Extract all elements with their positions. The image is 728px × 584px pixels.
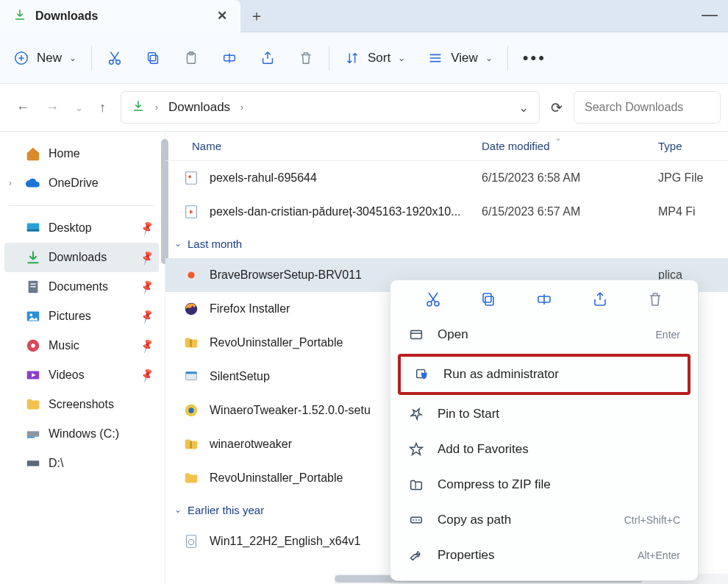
back-button[interactable]: ← <box>16 100 29 115</box>
delete-icon[interactable] <box>298 50 314 66</box>
svg-point-31 <box>188 407 193 413</box>
group-last-month[interactable]: ⌄ Last month <box>165 229 728 258</box>
file-name: RevoUninstaller_Portable <box>210 336 343 349</box>
sidebar-item-label: OneDrive <box>49 177 99 190</box>
sidebar-item-pictures[interactable]: Pictures 📌 <box>4 302 159 331</box>
sidebar-item-label: Music <box>49 339 79 352</box>
path-icon <box>408 512 424 528</box>
chevron-down-icon: ⌄ <box>398 53 405 63</box>
paste-icon[interactable] <box>183 50 199 66</box>
svg-rect-37 <box>485 296 493 305</box>
column-name[interactable]: Name <box>165 140 482 152</box>
file-row[interactable]: pexels-dan-cristian-pădureț-3045163-1920… <box>165 195 728 229</box>
sidebar-item-onedrive[interactable]: › OneDrive <box>4 168 159 198</box>
sidebar: Home › OneDrive Desktop 📌 Downloads 📌 Do… <box>0 132 165 584</box>
more-button[interactable]: ••• <box>523 49 546 68</box>
folder-icon <box>25 396 41 413</box>
file-name: RevoUninstaller_Portable <box>210 471 343 485</box>
breadcrumb[interactable]: › Downloads › ⌄ <box>121 91 540 124</box>
chevron-down-icon[interactable]: ⌄ <box>518 100 529 115</box>
tab-bar: Downloads ✕ ＋ — <box>0 0 728 32</box>
pin-icon: 📌 <box>138 367 154 383</box>
sidebar-item-music[interactable]: Music 📌 <box>4 331 159 360</box>
menu-pin-start[interactable]: Pin to Start <box>395 396 693 432</box>
sidebar-item-windows-c[interactable]: Windows (C:) <box>4 419 159 449</box>
sidebar-item-desktop[interactable]: Desktop 📌 <box>4 213 159 243</box>
svg-point-22 <box>188 175 191 178</box>
column-date[interactable]: ⌄ Date modified <box>482 140 658 152</box>
menu-copy-path[interactable]: Copy as path Ctrl+Shift+C <box>395 502 693 538</box>
close-icon[interactable]: ✕ <box>217 8 227 24</box>
column-type[interactable]: Type <box>658 140 728 152</box>
recent-dropdown[interactable]: ⌄ <box>75 102 83 113</box>
folder-icon <box>183 470 199 486</box>
search-input[interactable] <box>574 91 721 124</box>
rename-icon[interactable] <box>535 291 553 308</box>
file-name: pexels-rahul-695644 <box>210 171 317 185</box>
sidebar-item-documents[interactable]: Documents 📌 <box>4 272 159 302</box>
share-icon[interactable] <box>591 291 609 308</box>
file-date: 6/15/2023 6:58 AM <box>482 171 658 185</box>
chevron-down-icon: ⌄ <box>485 53 493 63</box>
chevron-right-icon[interactable]: › <box>155 102 158 113</box>
file-row[interactable]: pexels-rahul-695644 6/15/2023 6:58 AM JP… <box>165 161 728 195</box>
menu-compress-zip[interactable]: Compress to ZIP file <box>395 467 693 502</box>
chevron-right-icon[interactable]: › <box>9 178 12 188</box>
svg-rect-11 <box>30 283 35 284</box>
new-button[interactable]: New ⌄ <box>13 50 76 66</box>
copy-icon[interactable] <box>479 291 497 308</box>
sidebar-item-screenshots[interactable]: Screenshots <box>4 390 159 419</box>
up-button[interactable]: ↑ <box>99 100 106 115</box>
file-type: JPG File <box>658 171 728 185</box>
sidebar-item-label: Pictures <box>49 310 91 323</box>
video-file-icon <box>183 204 199 220</box>
application-icon <box>183 368 199 385</box>
view-label: View <box>451 51 478 65</box>
menu-open[interactable]: Open Enter <box>395 317 693 352</box>
menu-properties[interactable]: Properties Alt+Enter <box>395 538 693 573</box>
sidebar-item-downloads[interactable]: Downloads 📌 <box>4 243 159 272</box>
file-name: WinaeroTweaker-1.52.0.0-setu <box>210 404 371 417</box>
firefox-icon <box>183 301 199 317</box>
delete-icon[interactable] <box>646 291 664 308</box>
tweaker-icon <box>183 402 199 419</box>
zip-icon <box>408 477 424 493</box>
sidebar-item-videos[interactable]: Videos 📌 <box>4 360 159 390</box>
rename-icon[interactable] <box>221 50 238 66</box>
toolbar: New ⌄ Sort ⌄ View ⌄ <box>0 32 728 84</box>
menu-shortcut: Alt+Enter <box>638 549 680 561</box>
window-minimize-button[interactable]: — <box>691 5 728 27</box>
menu-shortcut: Enter <box>656 329 680 341</box>
file-name: pexels-dan-cristian-pădureț-3045163-1920… <box>210 205 461 218</box>
svg-rect-12 <box>30 286 35 287</box>
share-icon[interactable] <box>260 50 276 66</box>
svg-rect-38 <box>483 293 491 302</box>
tab-downloads[interactable]: Downloads ✕ <box>0 0 240 32</box>
installer-icon <box>183 267 199 283</box>
cut-icon[interactable] <box>107 50 123 66</box>
new-label: New <box>37 51 62 65</box>
new-tab-button[interactable]: ＋ <box>240 0 273 32</box>
menu-shortcut: Ctrl+Shift+C <box>624 514 680 526</box>
sidebar-item-label: Downloads <box>49 251 107 264</box>
chevron-right-icon[interactable]: › <box>240 102 243 113</box>
breadcrumb-current[interactable]: Downloads <box>168 100 230 115</box>
view-button[interactable]: View ⌄ <box>427 50 493 66</box>
svg-rect-20 <box>27 460 40 466</box>
chevron-down-icon: ⌄ <box>174 238 182 249</box>
pictures-icon <box>25 308 41 324</box>
menu-run-admin[interactable]: Run as administrator <box>401 357 688 392</box>
videos-icon <box>25 367 41 383</box>
iso-file-icon <box>183 533 199 549</box>
sidebar-item-home[interactable]: Home <box>4 139 159 168</box>
sidebar-item-drive-d[interactable]: D:\ <box>4 449 159 478</box>
document-icon <box>25 279 41 295</box>
cut-icon[interactable] <box>424 291 442 308</box>
refresh-button[interactable]: ⟳ <box>546 99 568 116</box>
menu-add-favorites[interactable]: Add to Favorites <box>395 432 693 467</box>
menu-label: Copy as path <box>438 513 511 527</box>
sort-button[interactable]: Sort ⌄ <box>344 50 405 66</box>
copy-icon[interactable] <box>145 50 161 66</box>
file-type: MP4 Fi <box>658 205 728 218</box>
forward-button[interactable]: → <box>46 100 59 115</box>
